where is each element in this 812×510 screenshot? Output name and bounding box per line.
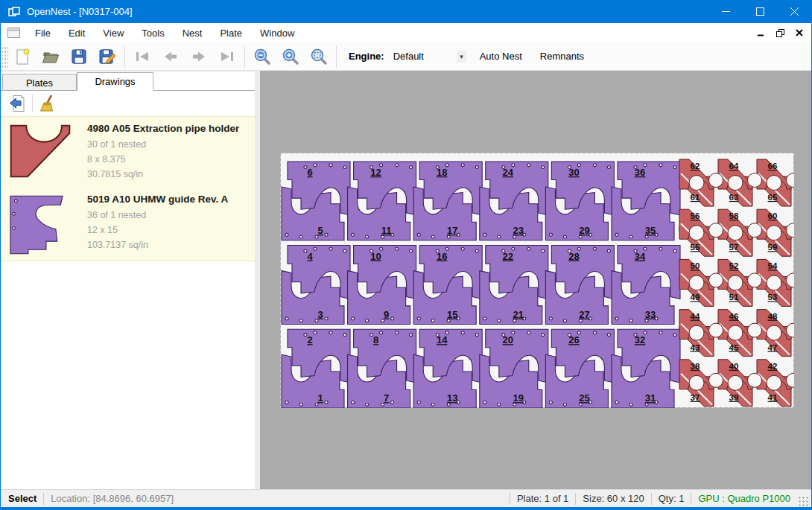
import-drawing-button[interactable] bbox=[7, 93, 29, 114]
last-plate-button[interactable] bbox=[213, 44, 241, 69]
part-number: 31 bbox=[645, 392, 656, 404]
tab-drawings[interactable]: Drawings bbox=[77, 72, 153, 91]
resize-grip[interactable] bbox=[798, 496, 808, 506]
part-number: 26 bbox=[568, 334, 579, 345]
part-number: 40 bbox=[729, 362, 739, 371]
broom-icon bbox=[37, 94, 57, 113]
clear-drawings-button[interactable] bbox=[36, 93, 58, 114]
engine-select[interactable]: Default ▾ bbox=[389, 48, 469, 66]
drawings-tab-page: 4980 A05 Extraction pipe holder 30 of 1 … bbox=[1, 90, 255, 490]
previous-arrow-icon bbox=[161, 47, 180, 66]
part-number: 19 bbox=[513, 392, 524, 404]
part-number: 61 bbox=[691, 193, 700, 202]
status-mode: Select bbox=[8, 493, 37, 504]
part-number: 36 bbox=[635, 167, 645, 178]
status-separator bbox=[691, 493, 691, 505]
part-number: 17 bbox=[447, 225, 457, 236]
list-item[interactable]: 4980 A05 Extraction pipe holder 30 of 1 … bbox=[1, 117, 255, 188]
status-separator bbox=[43, 493, 44, 505]
menu-edit[interactable]: Edit bbox=[60, 25, 94, 42]
drawing-thumbnail-red bbox=[10, 121, 87, 182]
part-number: 56 bbox=[691, 211, 700, 220]
part-number: 65 bbox=[768, 193, 778, 202]
mdi-close-button[interactable] bbox=[792, 26, 807, 39]
part-number: 29 bbox=[579, 225, 589, 236]
menu-view[interactable]: View bbox=[94, 25, 133, 42]
menu-plate[interactable]: Plate bbox=[211, 25, 251, 42]
statusbar: Select Location: [84.8696, 60.6957] Plat… bbox=[1, 489, 811, 507]
part-number: 27 bbox=[579, 309, 589, 320]
mdi-minimize-button[interactable] bbox=[753, 26, 768, 39]
zoom-out-button[interactable] bbox=[248, 44, 276, 69]
remnants-button[interactable]: Remnants bbox=[533, 46, 591, 66]
part-number: 53 bbox=[768, 293, 778, 302]
part-number: 38 bbox=[691, 362, 700, 371]
part-number: 48 bbox=[768, 312, 778, 321]
part-number: 5 bbox=[317, 225, 323, 236]
main-area: Plates Drawings bbox=[1, 71, 811, 489]
save-as-icon bbox=[98, 47, 117, 66]
drawing-nested-count: 30 of 1 nested bbox=[87, 137, 249, 152]
part-number: 28 bbox=[568, 251, 579, 262]
status-size: Size: 60 x 120 bbox=[583, 493, 644, 504]
list-item[interactable]: 5019 A10 UHMW guide Rev. A 36 of 1 neste… bbox=[1, 188, 255, 261]
tab-plates[interactable]: Plates bbox=[2, 74, 77, 90]
part-number: 46 bbox=[729, 312, 739, 321]
next-plate-button[interactable] bbox=[185, 44, 213, 69]
save-button[interactable] bbox=[65, 44, 93, 69]
plate[interactable]: 5634121112910781718151613142324212219202… bbox=[280, 153, 794, 408]
status-location: Location: [84.8696, 60.6957] bbox=[51, 493, 174, 504]
maximize-icon bbox=[756, 7, 764, 16]
part-number: 1 bbox=[317, 392, 323, 404]
status-separator bbox=[510, 493, 510, 505]
first-arrow-icon bbox=[133, 47, 152, 66]
toolbar-grip[interactable] bbox=[2, 45, 8, 68]
part-number: 58 bbox=[729, 211, 739, 220]
close-button[interactable] bbox=[777, 0, 811, 23]
previous-plate-button[interactable] bbox=[156, 44, 185, 69]
part-number: 10 bbox=[370, 251, 381, 262]
window-title: OpenNest - [N0317-004] bbox=[27, 6, 133, 17]
part-number: 18 bbox=[437, 167, 447, 178]
menu-nest[interactable]: Nest bbox=[174, 25, 212, 42]
last-arrow-icon bbox=[218, 47, 237, 66]
toolbar-separator bbox=[336, 45, 337, 68]
mdi-restore-icon bbox=[776, 29, 784, 37]
minimize-button[interactable] bbox=[708, 0, 743, 23]
maximize-button[interactable] bbox=[743, 0, 777, 23]
drawing-nested-count: 36 of 1 nested bbox=[87, 208, 249, 223]
nest-canvas[interactable]: 5634121112910781718151613142324212219202… bbox=[260, 71, 811, 489]
mdi-restore-button[interactable] bbox=[773, 26, 787, 39]
menu-window[interactable]: Window bbox=[251, 25, 303, 42]
drawing-title: 4980 A05 Extraction pipe holder bbox=[87, 123, 249, 134]
new-button[interactable] bbox=[8, 44, 37, 69]
zoom-fit-button[interactable] bbox=[305, 44, 333, 69]
part-number: 35 bbox=[645, 225, 656, 236]
zoom-out-icon bbox=[253, 47, 272, 66]
menu-file[interactable]: File bbox=[26, 25, 60, 42]
window-border bbox=[1, 507, 811, 510]
panel-splitter[interactable] bbox=[255, 71, 260, 489]
save-icon bbox=[69, 47, 89, 66]
status-separator bbox=[651, 493, 652, 505]
auto-nest-button[interactable]: Auto Nest bbox=[472, 46, 530, 66]
zoom-in-button[interactable] bbox=[276, 44, 305, 69]
part-number: 66 bbox=[768, 162, 778, 170]
menu-tools[interactable]: Tools bbox=[133, 25, 173, 42]
document-window-icon[interactable] bbox=[7, 28, 20, 38]
drawing-area: 30.7815 sq/in bbox=[87, 167, 249, 182]
part-number: 8 bbox=[373, 334, 378, 345]
save-as-button[interactable] bbox=[93, 44, 121, 69]
part-number: 54 bbox=[768, 261, 778, 270]
next-arrow-icon bbox=[189, 47, 209, 66]
part-number: 32 bbox=[635, 334, 645, 345]
toolbar: Engine: Default ▾ Auto Nest Remnants bbox=[1, 42, 811, 71]
first-plate-button[interactable] bbox=[128, 44, 156, 69]
titlebar: OpenNest - [N0317-004] bbox=[1, 0, 811, 23]
drawing-area: 103.7137 sq/in bbox=[87, 238, 249, 252]
menubar: File Edit View Tools Nest Plate Window bbox=[1, 23, 811, 42]
status-qty: Qty: 1 bbox=[659, 493, 685, 504]
open-button[interactable] bbox=[37, 44, 65, 69]
drawing-title: 5019 A10 UHMW guide Rev. A bbox=[87, 194, 249, 205]
part-number: 13 bbox=[447, 392, 457, 404]
